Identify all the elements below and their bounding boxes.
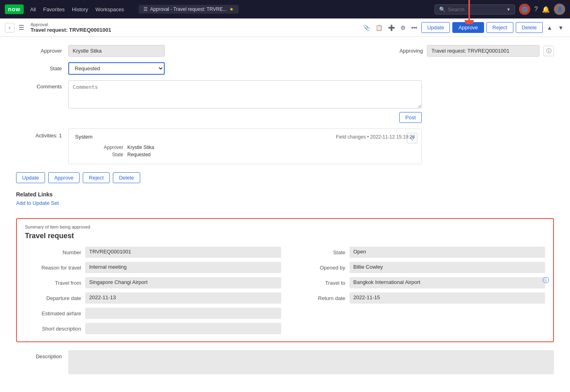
back-button[interactable]: ‹	[5, 23, 14, 33]
activity-icon[interactable]: 📋	[374, 24, 384, 32]
activity-details: Approver Krystle Stika State Requested	[75, 145, 415, 157]
state-label: State	[16, 65, 68, 71]
nav-favorites[interactable]: Favorites	[43, 6, 64, 12]
comments-label: Comments	[16, 80, 68, 90]
record-title: Travel request: TRVREQ0001001	[31, 27, 111, 33]
update-button-bottom[interactable]: Update	[16, 172, 45, 183]
approving-info-icon[interactable]: ⓘ	[543, 46, 554, 56]
nav-history[interactable]: History	[72, 6, 88, 12]
post-btn-container: Post	[68, 112, 422, 123]
tab-title: Approval - Travel request: TRVRE...	[150, 6, 227, 12]
tab-icon: ☰	[143, 6, 148, 12]
summary-section: Summary of Item being approved Travel re…	[16, 218, 554, 342]
summary-airfare-field: Estimated airfare	[25, 308, 281, 319]
summary-airfare-value	[85, 308, 281, 319]
add-to-update-set-link[interactable]: Add to Update Set	[16, 200, 59, 206]
activity-system: System	[75, 134, 92, 140]
related-links-section: Related Links Add to Update Set	[16, 191, 554, 206]
summary-reason-label: Reason for travel	[25, 265, 81, 271]
activities-content: System Field changes • 2022-11-12 15:19:…	[68, 129, 422, 164]
description-label: Description	[16, 350, 68, 374]
state-select[interactable]: Requested Approved Rejected Cancelled	[68, 62, 165, 75]
delete-button-top[interactable]: Delete	[516, 22, 543, 33]
more-icon[interactable]: •••	[410, 24, 419, 32]
reject-button-top[interactable]: Reject	[486, 22, 513, 33]
summary-state-field: State Open	[289, 247, 545, 258]
summary-state-value: Open	[349, 247, 545, 258]
summary-travelfrom-field: Travel from Singapore Changi Airport	[25, 277, 281, 288]
module-label: Approval	[31, 22, 111, 27]
update-button-top[interactable]: Update	[421, 22, 450, 33]
summary-state-label: State	[289, 249, 345, 255]
summary-airfare-label: Estimated airfare	[25, 310, 81, 316]
summary-shortdesc-label: Short description	[25, 326, 81, 332]
chevron-up-icon[interactable]: ▲	[545, 24, 554, 32]
settings-icon[interactable]: ⚙	[399, 24, 407, 32]
star-icon[interactable]: ★	[229, 6, 234, 12]
logo[interactable]: now	[5, 4, 24, 14]
summary-title: Travel request	[25, 232, 545, 240]
summary-section-label: Summary of Item being approved	[25, 225, 545, 229]
globe-icon[interactable]: 🌐	[519, 4, 530, 15]
activity-approver-row: Approver Krystle Stika	[91, 145, 415, 150]
summary-travelto-value: Bangkok International Airport	[349, 277, 545, 288]
attachment-icon[interactable]: 📎	[362, 24, 372, 32]
approver-field: Approver Krystle Stika	[16, 45, 165, 57]
search-dropdown-icon[interactable]: ▼	[507, 7, 511, 12]
search-input[interactable]	[448, 6, 504, 12]
summary-travelto-label: Travel to	[289, 280, 345, 286]
approving-label: Approving	[399, 48, 423, 54]
sub-navigation: ‹ ☰ Approval Travel request: TRVREQ00010…	[0, 18, 570, 37]
summary-departure-value: 2022-11-13	[85, 292, 281, 304]
activity-meta: Field changes • 2022-11-12 15:19:26	[336, 134, 415, 140]
reject-button-bottom[interactable]: Reject	[83, 172, 110, 183]
search-container[interactable]: 🔍 ▼	[435, 4, 515, 14]
filter-icon[interactable]: ▽	[407, 133, 417, 143]
summary-returndate-value: 2022-11-15	[349, 292, 545, 304]
summary-number-label: Number	[25, 249, 81, 255]
activity-state-value: Requested	[127, 152, 151, 157]
top-navigation: now All Favorites History Workspaces ☰ A…	[0, 0, 570, 18]
summary-info-icon[interactable]: ⓘ	[543, 276, 549, 284]
breadcrumb-tab[interactable]: ☰ Approval - Travel request: TRVRE... ★	[139, 5, 239, 14]
delete-button-bottom[interactable]: Delete	[113, 172, 140, 183]
summary-left-col: Number TRVREQ0001001 Reason for travel I…	[25, 247, 281, 336]
approver-value: Krystle Stika	[68, 45, 165, 57]
breadcrumb-info: Approval Travel request: TRVREQ0001001	[31, 22, 111, 33]
approver-approving-row: Approver Krystle Stika Approving Travel …	[16, 45, 554, 57]
nav-all[interactable]: All	[30, 6, 36, 12]
activity-state-row: State Requested	[91, 152, 415, 157]
right-nav-area: 🔍 ▼ 🌐 ? 🔔 👤	[435, 4, 565, 15]
bell-icon[interactable]: 🔔	[542, 6, 550, 13]
approving-field: Approving Travel request: TRVREQ0001001 …	[399, 45, 554, 57]
approver-label: Approver	[16, 48, 68, 54]
summary-departure-label: Departure date	[25, 295, 81, 301]
summary-openedby-field: Opened by Billie Cowley	[289, 262, 545, 273]
post-button[interactable]: Post	[399, 112, 422, 123]
summary-shortdesc-field: Short description	[25, 323, 281, 334]
approve-button-bottom[interactable]: Approve	[48, 172, 80, 183]
summary-reason-field: Reason for travel Internal meeting	[25, 262, 281, 273]
activity-approver-label: Approver	[91, 145, 123, 150]
comments-textarea[interactable]	[68, 80, 422, 108]
description-value	[68, 350, 554, 374]
summary-reason-value: Internal meeting	[85, 262, 281, 273]
summary-openedby-value: Billie Cowley	[349, 262, 545, 273]
hamburger-icon[interactable]: ☰	[18, 24, 24, 31]
avatar[interactable]: 👤	[554, 4, 565, 15]
activity-approver-value: Krystle Stika	[127, 145, 154, 150]
add-icon[interactable]: ➕	[386, 24, 396, 32]
summary-openedby-label: Opened by	[289, 265, 345, 271]
activity-state-label: State	[91, 152, 123, 157]
summary-departure-field: Departure date 2022-11-13	[25, 292, 281, 304]
help-icon[interactable]: ?	[534, 6, 538, 13]
nav-workspaces[interactable]: Workspaces	[95, 6, 124, 12]
summary-number-value: TRVREQ0001001	[85, 247, 281, 258]
summary-number-field: Number TRVREQ0001001	[25, 247, 281, 258]
search-icon: 🔍	[439, 6, 445, 12]
action-buttons: 📎 📋 ➕ ⚙ ••• Update Approve Reject Delete…	[362, 22, 565, 33]
chevron-down-icon[interactable]: ▼	[556, 24, 565, 32]
approve-button-top[interactable]: Approve	[452, 22, 484, 33]
nav-links: All Favorites History Workspaces	[30, 6, 124, 12]
summary-travelfrom-value: Singapore Changi Airport	[85, 277, 281, 288]
